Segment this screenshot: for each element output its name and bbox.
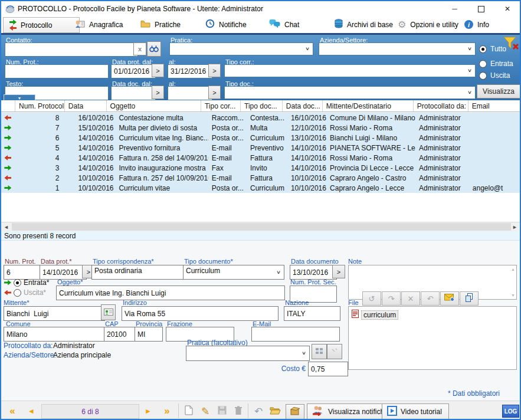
tab-info[interactable]: i Info [458, 17, 495, 32]
column-header[interactable]: Data doc... [283, 100, 323, 111]
note-scroll-up-icon[interactable]: ▲ [511, 267, 515, 271]
log-badge[interactable]: LOG [502, 405, 519, 418]
column-header[interactable]: Tipo cor... [201, 100, 241, 111]
table-row[interactable]: 414/10/2016Fattura n. 258 del 14/09/2016… [1, 153, 520, 163]
radio-circle [479, 60, 487, 68]
column-header[interactable]: Protocollato da: [414, 100, 468, 111]
tab-chat[interactable]: Chat [263, 17, 305, 32]
maximize-button[interactable] [468, 1, 494, 17]
data-prot-al-input[interactable] [168, 64, 212, 78]
data-doc-al-input[interactable] [168, 86, 212, 100]
copy-file-button[interactable] [460, 291, 479, 306]
radio-tutto[interactable]: Tutto [479, 45, 506, 53]
column-header[interactable]: Email [468, 100, 520, 111]
nav-first-button[interactable]: « [4, 404, 21, 418]
pratica-form-select[interactable]: ∨ [186, 346, 310, 361]
open-folder-icon [270, 406, 281, 416]
table-row[interactable]: 514/10/2016Preventivo fornituraE-mailPre… [1, 143, 520, 153]
contatto-input[interactable] [5, 42, 138, 57]
nav-prev-button[interactable]: ◄ [22, 404, 40, 418]
tab-protocollo[interactable]: Protocollo [3, 17, 80, 33]
video-tutorial-button[interactable]: Video tutorial [382, 403, 449, 420]
edit-record-button[interactable]: ✎ [198, 404, 213, 418]
radio-uscita[interactable]: Uscita [479, 71, 510, 80]
scrollbar-thumb[interactable] [12, 223, 511, 231]
undo-button[interactable]: ↶ [251, 404, 266, 418]
column-header[interactable]: Oggetto [107, 100, 201, 111]
mittente-input[interactable] [4, 306, 105, 321]
pratica-assign-button[interactable] [312, 344, 327, 359]
data-doc-dal-picker-button[interactable]: > [152, 86, 164, 99]
tab-notifiche[interactable]: Notifiche [199, 17, 253, 32]
rotate-right-button[interactable]: ↷ [382, 291, 401, 306]
data-doc-al-picker-button[interactable]: > [208, 86, 221, 99]
radio-entrata[interactable]: Entrata [479, 60, 513, 68]
tab-opzioni-utility[interactable]: ⚙ Opzioni e utility [392, 17, 464, 32]
visualizza-button[interactable]: Visualizza [477, 84, 520, 99]
cap-input[interactable] [104, 327, 137, 342]
oggetto-input[interactable] [56, 286, 285, 300]
column-header[interactable]: Num. Protocollo [15, 100, 65, 111]
visualizza-notifiche-button[interactable]: Visualizza notifiche [307, 403, 387, 420]
tipo-corrispondenza-select[interactable]: Posta ordinaria∨ [91, 265, 193, 280]
undo-file-button[interactable]: ↶ [421, 291, 440, 306]
clear-contatto-button[interactable]: x [133, 42, 146, 55]
nav-next-button[interactable]: ► [139, 404, 157, 418]
minimize-button[interactable]: ─ [441, 1, 468, 17]
horizontal-scrollbar[interactable]: ◄ ► [1, 222, 520, 231]
nazione-input[interactable] [284, 306, 340, 321]
scroll-left-icon[interactable]: ◄ [1, 222, 11, 231]
data-documento-picker-button[interactable]: > [332, 265, 345, 278]
close-button[interactable]: ✕ [494, 1, 520, 17]
provincia-input[interactable] [135, 327, 163, 342]
num-prot-filter-input[interactable] [5, 64, 109, 78]
pratica-clear-button[interactable] [327, 344, 342, 359]
data-doc-dal-input[interactable] [111, 86, 156, 100]
select-contact-button[interactable] [101, 304, 116, 320]
azienda-settore-select[interactable]: ∨ [319, 42, 476, 55]
search-contact-button[interactable] [147, 41, 161, 57]
tab-pratiche[interactable]: Pratiche [135, 17, 186, 32]
rotate-left-button[interactable]: ↺ [362, 291, 381, 306]
data-prot-al-picker-button[interactable]: > [208, 64, 221, 77]
delete-record-button[interactable] [231, 404, 246, 418]
delete-file-button[interactable]: ✕ [401, 291, 420, 306]
column-header[interactable]: Data [65, 100, 107, 111]
data-prot-dal-picker-button[interactable]: > [152, 64, 164, 77]
data-documento-input[interactable] [290, 265, 337, 280]
data-prot-dal-input[interactable] [111, 64, 156, 78]
table-row[interactable]: 110/10/2016Curriculum vitaePosta or...Cu… [1, 183, 520, 193]
column-header[interactable]: Mittente/Destinatario [323, 100, 414, 111]
file-list[interactable]: curriculum [348, 306, 517, 370]
nav-last-button[interactable]: » [158, 404, 176, 418]
form-radio-entrata[interactable]: Entrata* [4, 278, 49, 287]
table-row[interactable]: 715/10/2016Multa per divieto di sostaPos… [1, 123, 520, 133]
table-row[interactable]: 210/10/2016Fattura n. 257 del 10/09/2010… [1, 173, 520, 183]
costo-input[interactable] [308, 362, 348, 376]
tipo-corr-filter-select[interactable]: ∨ [224, 64, 476, 77]
data-prot-input[interactable] [40, 265, 87, 280]
num-prot-input[interactable] [4, 265, 44, 280]
file-item[interactable]: curriculum [352, 310, 516, 320]
form-radio-uscita[interactable]: Uscita* [4, 288, 46, 297]
tab-archivi-di-base[interactable]: Archivi di base [329, 17, 399, 32]
comune-input[interactable] [4, 327, 106, 342]
send-email-button[interactable] [440, 291, 459, 306]
note-scroll-down-icon[interactable]: ▼ [511, 293, 515, 297]
save-record-button[interactable] [214, 404, 230, 418]
archive-button[interactable] [286, 404, 304, 419]
tipo-doc-filter-select[interactable]: ∨ [224, 86, 476, 99]
column-header[interactable]: Tipo doc... [241, 100, 283, 111]
indirizzo-input[interactable] [122, 306, 278, 321]
email-input[interactable] [251, 327, 340, 342]
table-row[interactable]: 614/10/2016Curriculum vitae Ing. Bianc..… [1, 133, 520, 143]
open-folder-button[interactable] [267, 404, 283, 418]
table-row[interactable]: 816/10/2016Contestazione multaRaccom...C… [1, 113, 520, 123]
tipo-documento-select[interactable]: Curriculum∨ [183, 265, 284, 280]
new-record-button[interactable] [181, 404, 196, 418]
pratica-select[interactable]: ∨ [169, 42, 313, 55]
tab-anagrafica[interactable]: Anagrafica [69, 17, 129, 32]
table-row[interactable]: 314/10/2016Invito inaugurazione mostraFa… [1, 163, 520, 173]
scroll-right-icon[interactable]: ► [510, 222, 520, 231]
column-header[interactable] [1, 100, 15, 111]
